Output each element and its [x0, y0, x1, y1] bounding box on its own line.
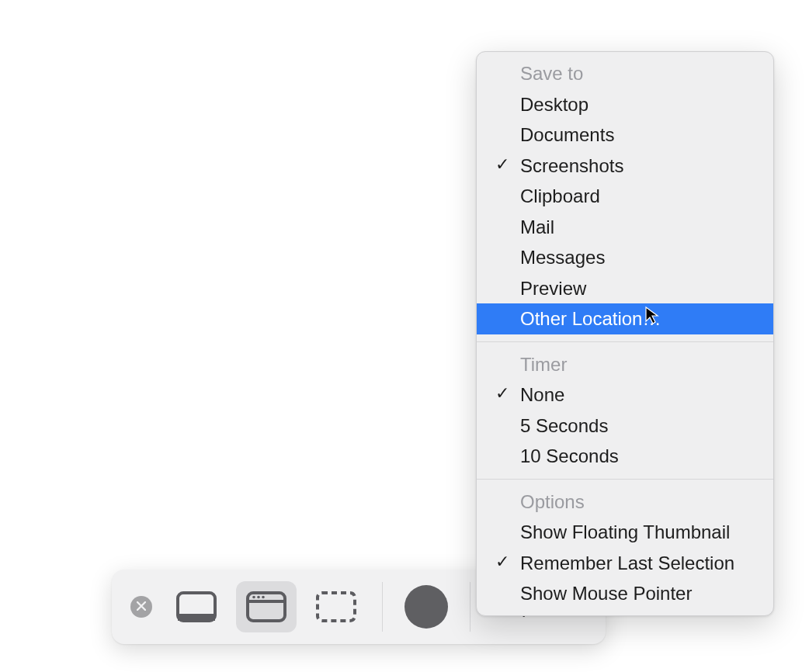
menu-section-header-saveto: Save to: [477, 58, 773, 89]
menu-item-messages[interactable]: Messages: [477, 242, 773, 273]
menu-item-label: Messages: [520, 247, 605, 268]
capture-entire-screen-button[interactable]: [166, 581, 227, 632]
menu-item-timer-none[interactable]: ✓None: [477, 379, 773, 410]
menu-item-other-location[interactable]: Other Location…: [477, 303, 773, 334]
menu-item-label: 5 Seconds: [520, 415, 608, 436]
capture-window-button[interactable]: [236, 581, 297, 632]
menu-item-documents[interactable]: Documents: [477, 120, 773, 151]
toolbar-divider: [382, 582, 383, 632]
menu-item-label: Desktop: [520, 94, 589, 115]
svg-rect-8: [318, 593, 355, 621]
menu-item-label: Other Location…: [520, 308, 661, 329]
record-button[interactable]: [404, 585, 448, 629]
menu-item-label: Show Mouse Pointer: [520, 583, 692, 604]
menu-item-label: Mail: [520, 216, 554, 237]
svg-point-6: [257, 596, 260, 599]
menu-item-screenshots[interactable]: ✓Screenshots: [477, 151, 773, 182]
menu-item-label: Preview: [520, 278, 586, 299]
menu-item-label: Screenshots: [520, 155, 623, 176]
close-icon: [137, 600, 146, 614]
menu-item-label: Documents: [520, 124, 614, 145]
close-button[interactable]: [130, 596, 152, 618]
menu-item-label: Clipboard: [520, 185, 600, 206]
menu-item-show-pointer[interactable]: Show Mouse Pointer: [477, 578, 773, 609]
options-menu: Save to Desktop Documents ✓Screenshots C…: [476, 51, 774, 616]
menu-item-label: None: [520, 384, 564, 405]
check-icon: ✓: [495, 152, 509, 178]
menu-item-preview[interactable]: Preview: [477, 273, 773, 304]
menu-section-header-timer: Timer: [477, 349, 773, 380]
screen-icon: [175, 591, 217, 623]
menu-item-floating-thumbnail[interactable]: Show Floating Thumbnail: [477, 517, 773, 548]
window-icon: [245, 591, 287, 623]
menu-item-clipboard[interactable]: Clipboard: [477, 181, 773, 212]
menu-item-timer-10s[interactable]: 10 Seconds: [477, 441, 773, 472]
menu-separator: [477, 341, 773, 342]
menu-item-mail[interactable]: Mail: [477, 212, 773, 243]
svg-point-5: [252, 596, 255, 599]
capture-selection-button[interactable]: [306, 581, 366, 632]
menu-item-label: 10 Seconds: [520, 445, 619, 466]
menu-item-label: Remember Last Selection: [520, 552, 734, 573]
check-icon: ✓: [495, 549, 509, 575]
toolbar-divider: [470, 582, 470, 632]
selection-icon: [315, 591, 357, 623]
menu-item-timer-5s[interactable]: 5 Seconds: [477, 410, 773, 442]
menu-section-header-options: Options: [477, 487, 773, 518]
check-icon: ✓: [495, 381, 509, 407]
menu-item-desktop[interactable]: Desktop: [477, 89, 773, 120]
menu-separator: [477, 479, 773, 480]
menu-item-remember-selection[interactable]: ✓Remember Last Selection: [477, 548, 773, 579]
svg-point-7: [262, 596, 265, 599]
menu-item-label: Show Floating Thumbnail: [520, 521, 730, 542]
